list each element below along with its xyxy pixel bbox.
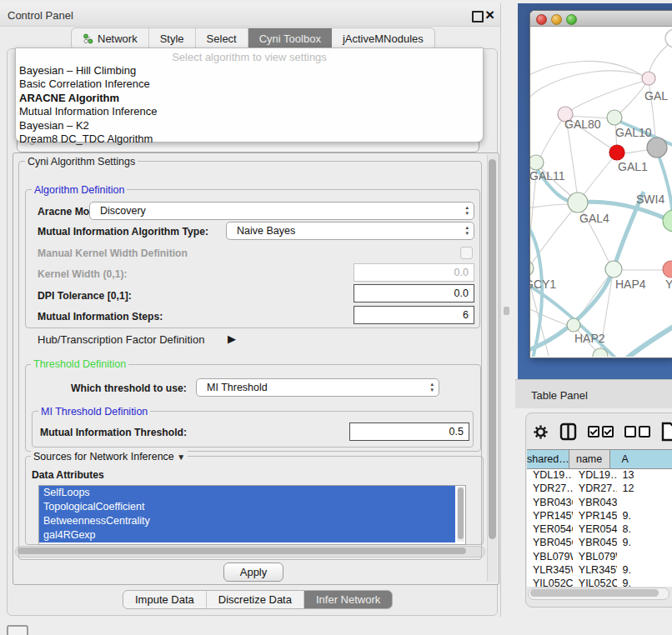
sources-group-title[interactable]: Sources for Network Inference ▼ — [31, 451, 188, 462]
table-toolbar — [533, 421, 672, 442]
algorithm-option[interactable]: Dream8 DC_TDC Algorithm — [19, 132, 479, 146]
control-panel-titlebar: Control Panel × — [0, 3, 500, 27]
attribute-list-scrollbar-thumb[interactable] — [458, 488, 464, 539]
network-node-gal10[interactable] — [607, 110, 622, 125]
minimize-light-icon[interactable] — [551, 14, 562, 25]
split-pane-handle[interactable] — [504, 307, 509, 315]
threshold-definition-title: Threshold Definition — [31, 358, 128, 370]
tab-network[interactable]: Network — [72, 28, 149, 49]
combo-spinner-icon: ▴▾ — [465, 204, 469, 216]
unchecked-pair-icon[interactable] — [624, 426, 650, 438]
table-row[interactable]: YDL19…YDL19…13 — [527, 469, 672, 482]
network-edge[interactable] — [623, 325, 672, 357]
attribute-item[interactable]: TopologicalCoefficient — [39, 500, 455, 514]
document-icon[interactable] — [661, 422, 672, 442]
vertical-scrollbar-thumb[interactable] — [489, 159, 496, 539]
network-node-hap4[interactable] — [605, 261, 622, 278]
collapsed-panel-button[interactable] — [7, 625, 28, 635]
algorithm-option[interactable]: ARACNE Algorithm — [19, 92, 479, 105]
table-row[interactable]: YIL052CYIL052C9. — [527, 578, 672, 587]
tab-jactivemnodules[interactable]: jActiveMNodules — [332, 28, 434, 49]
network-window-titlebar[interactable] — [530, 11, 672, 27]
table-row[interactable]: YBR043CYBR043C — [527, 497, 672, 510]
table-cell: YIL052C — [573, 578, 617, 587]
algorithm-dropdown-popup: Select algorithm to view settings Bayesi… — [15, 48, 484, 142]
table-row[interactable]: YBR045CYBR045C9. — [527, 537, 672, 550]
network-node[interactable] — [647, 138, 667, 158]
gear-icon[interactable] — [533, 424, 549, 440]
mi-threshold-field[interactable]: 0.5 — [349, 422, 469, 441]
network-node-gcy1[interactable] — [530, 261, 534, 276]
attribute-list-scrollbar[interactable] — [457, 487, 464, 542]
algorithm-option[interactable]: Basic Correlation Inference — [19, 78, 479, 91]
table-scrollbar-thumb[interactable] — [530, 589, 659, 597]
network-node-hap2[interactable] — [567, 318, 580, 332]
checked-pair-icon[interactable] — [588, 426, 614, 438]
tab-select[interactable]: Select — [196, 28, 248, 49]
algorithm-option[interactable]: Bayesian – K2 — [19, 119, 479, 132]
attribute-item[interactable]: gal4RGexp — [39, 528, 455, 542]
expand-right-icon[interactable]: ▶ — [228, 332, 236, 345]
checkbox-checked-icon — [588, 426, 599, 438]
split-columns-icon[interactable] — [559, 422, 577, 441]
vertical-scrollbar[interactable] — [487, 154, 498, 582]
aracne-mode-combo[interactable]: Discovery ▴▾ — [89, 202, 474, 220]
table-horizontal-scrollbar[interactable] — [528, 588, 669, 600]
network-node-gal4[interactable] — [568, 192, 588, 212]
collapse-down-icon: ▼ — [177, 452, 185, 462]
mi-algorithm-type-combo[interactable]: Naive Bayes ▴▾ — [226, 222, 474, 240]
close-light-icon[interactable] — [536, 14, 547, 25]
dpi-tolerance-field[interactable]: 0.0 — [354, 284, 474, 302]
table-panel-titlebar: Table Panel — [515, 379, 672, 408]
kernel-width-field[interactable]: 0.0 — [354, 263, 474, 282]
table-row[interactable]: YDR27…YDR27…12 — [527, 482, 672, 496]
network-node-y[interactable] — [663, 261, 672, 278]
network-canvas[interactable]: GALGAL80GAL10GAL1GAL11GAL4SWI4GCY1HAP4YH… — [530, 27, 672, 357]
network-node-gal11[interactable] — [530, 155, 544, 170]
close-panel-icon[interactable]: × — [485, 6, 494, 24]
bottom-tab-discretize-data[interactable]: Discretize Data — [207, 591, 304, 608]
table-cell: YLR345W — [527, 564, 573, 578]
network-edge[interactable] — [530, 303, 571, 327]
table-row[interactable]: YPR145WYPR145W9. — [527, 510, 672, 523]
hub-definition-label[interactable]: Hub/Transcription Factor Definition — [38, 333, 204, 346]
table-cell: YDL19… — [573, 469, 617, 482]
tab-style[interactable]: Style — [149, 28, 196, 49]
table-panel-title: Table Panel — [531, 389, 588, 402]
checkbox-checked-icon — [602, 426, 614, 438]
algorithm-option[interactable]: Bayesian – Hill Climbing — [19, 64, 479, 78]
network-edge[interactable] — [539, 118, 564, 160]
algorithm-option[interactable]: Mutual Information Inference — [19, 105, 479, 118]
network-edge[interactable] — [649, 45, 668, 74]
float-panel-icon[interactable] — [472, 11, 484, 22]
network-node[interactable] — [665, 29, 672, 48]
attribute-item[interactable]: BetweennessCentrality — [39, 514, 455, 528]
attribute-item[interactable]: SelfLoops — [39, 486, 455, 500]
table-row[interactable]: YBL079WYBL079W — [527, 551, 672, 564]
network-edge[interactable] — [530, 61, 644, 78]
table-row[interactable]: YLR345WYLR345W9. — [527, 564, 672, 578]
node-label: SWI4 — [636, 192, 664, 206]
mi-steps-field[interactable]: 6 — [354, 306, 474, 324]
network-node-swi4[interactable] — [663, 210, 672, 232]
manual-kernel-width-checkbox[interactable] — [460, 247, 473, 259]
apply-button[interactable]: Apply — [223, 562, 283, 582]
network-edge[interactable] — [580, 155, 615, 199]
bottom-tab-infer-network[interactable]: Infer Network — [304, 591, 392, 608]
column-header[interactable]: shared… — [527, 450, 569, 468]
which-threshold-combo[interactable]: MI Threshold ▴▾ — [196, 378, 439, 397]
network-edge[interactable] — [619, 81, 648, 113]
mi-steps-value: 6 — [463, 309, 469, 321]
network-edge[interactable] — [656, 149, 672, 219]
table-cell: 8. — [617, 523, 672, 537]
zoom-light-icon[interactable] — [566, 14, 577, 25]
network-node-gal[interactable] — [642, 72, 655, 85]
column-header[interactable]: A — [610, 450, 672, 468]
table-row[interactable]: YER054CYER054C8. — [527, 523, 672, 537]
network-node-gal1[interactable] — [609, 145, 624, 160]
tab-cyni-toolbox[interactable]: Cyni Toolbox — [248, 28, 332, 49]
node-label: GAL80 — [564, 118, 601, 131]
bottom-tab-impute-data[interactable]: Impute Data — [123, 591, 207, 608]
column-header[interactable]: name — [569, 450, 610, 468]
table-cell: YBR045C — [573, 537, 617, 550]
